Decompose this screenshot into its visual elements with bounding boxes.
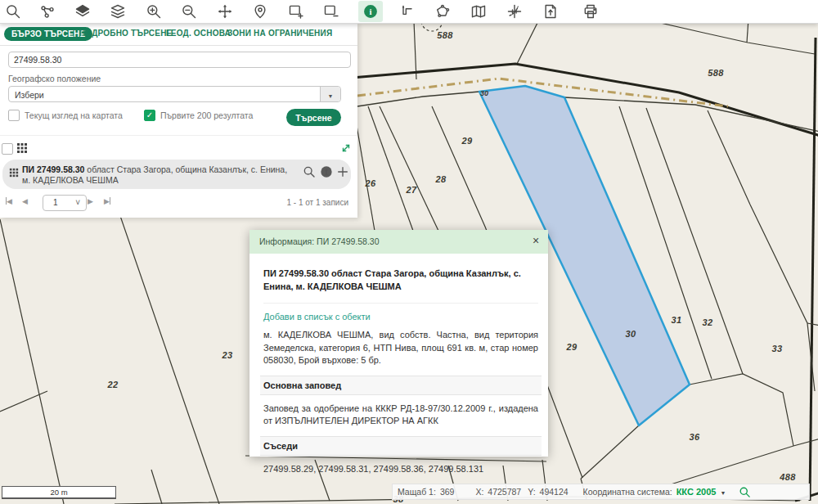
layers-filled-icon[interactable] bbox=[70, 1, 95, 22]
pagination: ◀ ◀ 1 ▶ ▶ 1 - 1 от 1 записи bbox=[2, 195, 351, 213]
parcel-label: 30 bbox=[480, 89, 488, 97]
object-details: м. КАДЕЛКОВА ЧЕШМА, вид собств. Частна, … bbox=[263, 329, 538, 367]
info-icon[interactable]: i bbox=[358, 1, 383, 22]
geo-position-label: Географско положение bbox=[8, 74, 101, 83]
result-row[interactable]: ПИ 27499.58.30 област Стара Загора, общи… bbox=[2, 160, 351, 189]
status-search-icon[interactable] bbox=[739, 486, 751, 498]
measure-area-icon[interactable] bbox=[430, 1, 455, 22]
location-pin-icon[interactable] bbox=[248, 1, 272, 22]
coordinates-icon[interactable] bbox=[502, 1, 527, 22]
zoom-in-icon[interactable] bbox=[142, 1, 166, 22]
order-section-header: Основна заповед bbox=[260, 376, 542, 395]
parcel-label: 22 bbox=[107, 380, 119, 389]
tab-detailed-search[interactable]: ПОДРОБНО ТЪРСЕНЕ bbox=[79, 29, 172, 38]
parcel-label: 31 bbox=[672, 315, 682, 325]
first200-label: Първите 200 резултата bbox=[160, 110, 253, 120]
current-view-option: Текущ изглед на картата bbox=[8, 110, 123, 121]
popup-body: ПИ 27499.58.30 област Стара Загора, общи… bbox=[263, 254, 538, 475]
tab-restriction-zones[interactable]: ЗОНИ НА ОГРАНИЧЕНИЯ bbox=[227, 29, 332, 38]
print-icon[interactable] bbox=[578, 1, 603, 22]
first200-option: ✓ Първите 200 резултата bbox=[144, 110, 253, 121]
neighbors-list: 27499.58.29, 27499.58.31, 27499.58.36, 2… bbox=[263, 463, 538, 476]
parcel-label: 29 bbox=[461, 136, 473, 146]
zoom-to-result-icon[interactable] bbox=[303, 165, 316, 178]
chevron-down-icon[interactable] bbox=[720, 487, 726, 497]
scale-bar-label: 20 m bbox=[50, 488, 67, 497]
rect-zoom-in-icon[interactable] bbox=[284, 1, 308, 22]
parcel-label: 588 bbox=[708, 68, 724, 78]
results-header bbox=[0, 142, 357, 155]
parcel-label: 36 bbox=[690, 432, 700, 442]
first-page-button[interactable]: ◀ bbox=[6, 197, 12, 205]
parcel-label: 488 bbox=[779, 472, 796, 482]
crs-value: ККС 2005 bbox=[676, 487, 717, 497]
svg-text:i: i bbox=[369, 7, 371, 16]
toolbar: i bbox=[0, 0, 818, 24]
current-view-label: Текущ изглед на картата bbox=[25, 110, 123, 120]
x-coordinate-readout: X:4725787 bbox=[475, 487, 521, 497]
parcel-label: 29 bbox=[566, 342, 578, 352]
result-info-icon[interactable]: i bbox=[320, 165, 333, 178]
measure-length-icon[interactable] bbox=[395, 1, 420, 22]
export-icon[interactable] bbox=[538, 1, 563, 22]
close-icon[interactable]: × bbox=[530, 234, 542, 247]
parcel-label: 26 bbox=[365, 178, 376, 188]
divider bbox=[0, 45, 357, 46]
zoom-out-icon[interactable] bbox=[177, 1, 201, 22]
next-page-button[interactable]: ▶ bbox=[88, 197, 93, 205]
scale-readout: Мащаб 1:369 bbox=[398, 487, 454, 497]
popup-header: Информация: ПИ 27499.58.30 × bbox=[249, 230, 548, 254]
pan-icon[interactable] bbox=[213, 1, 237, 22]
parcel-label: 28 bbox=[435, 174, 447, 184]
divider bbox=[0, 135, 357, 136]
search-button[interactable]: Търсене bbox=[286, 109, 341, 126]
add-to-list-link[interactable]: Добави в списък с обекти bbox=[263, 303, 538, 322]
rect-zoom-out-icon[interactable] bbox=[319, 1, 344, 22]
order-text: Заповед за одобрение на КККР РД-18-97/30… bbox=[263, 403, 538, 428]
last-page-button[interactable]: ▶ bbox=[104, 197, 110, 205]
layers-stack-icon[interactable] bbox=[106, 1, 130, 22]
popup-title: Информация: ПИ 27499.58.30 bbox=[259, 236, 380, 246]
parcel-label: 23 bbox=[222, 350, 233, 360]
parcel-label: 33 bbox=[772, 344, 783, 353]
page-select[interactable]: 1 bbox=[43, 195, 87, 211]
parcel-label: 32 bbox=[703, 317, 713, 327]
tab-geodetic-basis[interactable]: ГЕОД. ОСНОВА bbox=[166, 29, 231, 38]
select-all-checkbox[interactable] bbox=[2, 143, 13, 155]
nodes-icon[interactable] bbox=[35, 1, 60, 22]
geo-position-select[interactable]: Избери bbox=[8, 86, 341, 102]
info-popup: Информация: ПИ 27499.58.30 × ПИ 27499.58… bbox=[249, 230, 548, 457]
crs-selector[interactable]: Координатна система: ККС 2005 bbox=[583, 487, 726, 497]
parcel-label: 27 bbox=[406, 185, 417, 195]
object-title: ПИ 27499.58.30 област Стара Загора, общи… bbox=[263, 267, 538, 293]
page-number: 1 bbox=[53, 198, 58, 207]
crs-label: Координатна система: bbox=[583, 487, 672, 497]
status-bar: Мащаб 1:369 X:4725787 Y:494124 Координат… bbox=[392, 484, 810, 500]
result-text: ПИ 27499.58.30 област Стара Загора, общи… bbox=[22, 164, 292, 186]
map-icon[interactable] bbox=[466, 1, 491, 22]
pagination-summary: 1 - 1 от 1 записи bbox=[286, 198, 348, 207]
y-coordinate-readout: Y:494124 bbox=[528, 487, 568, 497]
parcel-label: 588 bbox=[437, 30, 453, 40]
result-id: ПИ 27499.58.30 bbox=[22, 164, 84, 174]
grid-icon bbox=[16, 142, 28, 154]
neighbors-section-header: Съседи bbox=[260, 436, 542, 456]
search-icon[interactable] bbox=[1, 1, 25, 22]
geo-position-value: Избери bbox=[15, 90, 44, 100]
first200-checkbox[interactable]: ✓ bbox=[144, 110, 155, 121]
scale-bar: 20 m bbox=[2, 486, 116, 499]
search-panel: БЪРЗО ТЪРСЕНЕ ПОДРОБНО ТЪРСЕНЕ ГЕОД. ОСН… bbox=[0, 23, 357, 218]
search-input[interactable] bbox=[8, 52, 351, 68]
expand-icon[interactable] bbox=[340, 142, 352, 154]
prev-page-button[interactable]: ◀ bbox=[22, 197, 28, 205]
current-view-checkbox[interactable] bbox=[8, 110, 20, 121]
chevron-down-icon[interactable] bbox=[320, 87, 340, 101]
parcel-label: 30 bbox=[626, 329, 636, 339]
add-result-icon[interactable] bbox=[336, 165, 349, 178]
grid-icon bbox=[9, 168, 19, 178]
